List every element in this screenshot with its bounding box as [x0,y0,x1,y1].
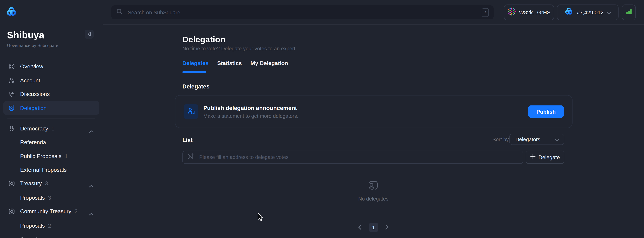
sidebar-item-label: Public Proposals [20,153,62,159]
sidebar-item-account[interactable]: Account [3,73,99,87]
treasury-bag-icon [8,180,15,187]
pagination-page-1[interactable]: 1 [369,223,378,232]
sidebar-item-label: External Proposals [20,167,67,173]
delegates-heading: Delegates [182,83,210,90]
topbar: / [103,0,644,25]
chevron-down-icon [555,136,559,143]
sidebar-item-delegation[interactable]: Delegation [3,101,99,115]
item-count: 3 [48,194,51,201]
sidebar-item-label: Delegation [20,105,46,111]
sidebar-divider [8,118,95,118]
pagination-next-button[interactable] [385,225,388,230]
active-tab-underline [182,71,206,73]
sidebar-item-discussions[interactable]: Discussions [3,87,99,101]
council-people-icon [8,236,15,238]
plus-icon [530,154,536,161]
wallet-account-button[interactable]: W82k...GrHS [504,5,554,20]
publish-button[interactable]: Publish [528,105,564,118]
announcement-subtitle: Make a statement to get more delegators. [203,113,298,119]
community-treasury-bag-icon [8,208,15,215]
sidebar-item-overview[interactable]: Overview [3,59,99,73]
person-announce-icon [187,106,196,116]
sidebar-section-label: Community Treasury [20,208,71,214]
account-icon [8,77,15,84]
page-title: Delegation [182,35,226,44]
list-heading: List [182,137,193,143]
delegate-button-label: Delegate [538,154,560,160]
tab-statistics[interactable]: Statistics [217,60,242,66]
main-content: Delegation No time to vote? Delegate you… [103,25,644,238]
sidebar-item-external-proposals[interactable]: External Proposals [3,163,99,177]
sidebar-item-treasury-proposals[interactable]: Proposals 3 [3,191,99,205]
sort-select-value: Delegators [516,137,555,142]
chevron-up-icon[interactable] [89,127,94,135]
network-status-button[interactable] [622,5,636,20]
search-shortcut-key: / [482,8,489,17]
tab-delegates[interactable]: Delegates [182,60,208,66]
sidebar-section-democracy[interactable]: Democracy 1 [3,122,99,135]
sidebar-collapse-button[interactable] [85,30,94,39]
block-number-button[interactable]: #7,429,012 [557,5,618,20]
delegate-address-input[interactable] [198,154,519,161]
sidebar-section-treasury[interactable]: Treasury 3 [3,177,99,190]
no-delegates-text: No delegates [332,196,414,202]
announcement-title: Publish delegation announcement [203,104,298,111]
sidebar-item-label: Overview [20,63,43,69]
sidebar-item-label: Proposals [20,194,45,201]
announcement-texts: Publish delegation announcement Make a s… [203,104,298,119]
screen: Shibuya Governance by Subsquare Overview [0,0,644,238]
sidebar-item-public-proposals[interactable]: Public Proposals 1 [3,149,99,163]
tabs-divider [103,73,644,73]
announcement-icon-tile [184,104,198,119]
sort-by-label: Sort by [492,137,509,142]
sidebar-section-label: Democracy [20,126,48,132]
identicon [508,8,516,17]
subsquare-logo-icon[interactable] [6,6,17,18]
section-count: 1 [52,126,54,132]
no-delegates-icon [368,180,379,193]
tab-my-delegation[interactable]: My Delegation [250,60,288,66]
section-count: 3 [45,180,48,186]
sidebar-section-community-treasury[interactable]: Community Treasury 2 [3,204,99,218]
collapse-icon [87,31,92,38]
section-count: 2 [74,208,78,214]
search-icon [116,8,123,16]
subsquare-app: Shibuya Governance by Subsquare Overview [0,0,644,238]
block-number: #7,429,012 [577,9,604,16]
item-count: 1 [65,153,68,159]
chain-title: Shibuya [7,30,44,41]
publish-announcement-card: Publish delegation announcement Make a s… [175,95,572,128]
democracy-hand-icon [8,125,15,132]
item-count: 2 [48,222,51,229]
overview-icon [8,63,15,70]
chevron-up-icon[interactable] [89,210,94,217]
discussions-icon [8,90,15,97]
sidebar-item-label: Account [20,77,40,83]
sidebar-item-label: Referenda [20,139,46,145]
page-subtitle: No time to vote? Delegate your votes to … [182,46,297,51]
sidebar-item-label: Discussions [20,91,50,97]
delegation-icon [8,104,15,111]
signal-bars-icon [625,8,632,17]
wallet-address: W82k...GrHS [519,9,550,16]
sidebar-item-referenda[interactable]: Referenda [3,135,99,149]
person-add-icon [187,153,194,162]
sidebar-section-council[interactable]: Council [3,233,99,238]
chevron-down-icon [607,9,611,16]
network-logo-icon [564,7,574,18]
sidebar-section-label: Treasury [20,180,42,186]
sidebar-section-label: Council [20,236,38,238]
chain-subtitle: Governance by Subsquare [7,43,58,48]
sidebar-item-community-proposals[interactable]: Proposals 2 [3,218,99,233]
pagination-prev-button[interactable] [358,225,361,230]
sidebar-item-label: Proposals [20,222,45,229]
search-input[interactable] [127,9,478,16]
sort-select[interactable]: Delegators [509,134,564,145]
sidebar: Shibuya Governance by Subsquare Overview [0,0,103,238]
tab-bar: Delegates Statistics My Delegation [182,60,288,66]
chevron-up-icon[interactable] [89,182,94,189]
delegate-address-field[interactable] [182,151,523,164]
delegate-button[interactable]: Delegate [526,151,564,164]
search-bar[interactable]: / [111,5,494,20]
